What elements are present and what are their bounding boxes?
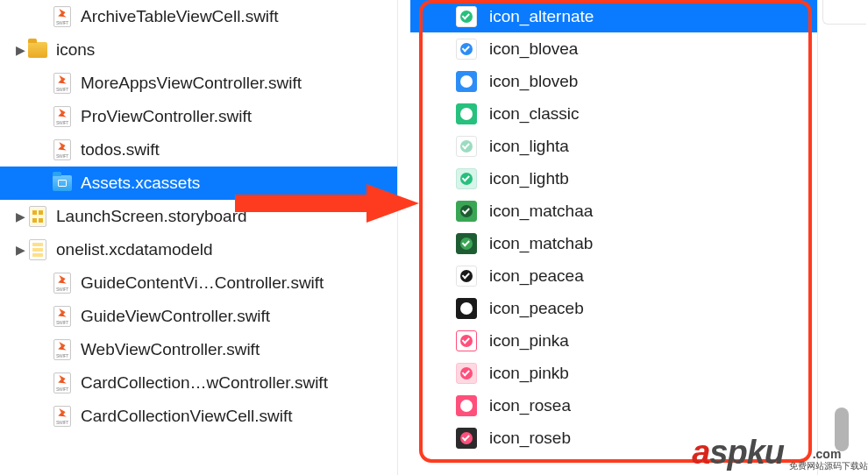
swift-file-icon: SWIFT [53,407,72,426]
navigator-item[interactable]: SWIFTCardCollection…wController.swift [0,366,397,400]
asset-item-label: icon_peacea [489,266,584,286]
asset-item-label: icon_lighta [489,137,569,156]
asset-item-label: icon_bloveb [489,72,578,91]
asset-item-label: icon_lightb [489,169,569,188]
asset-item-label: icon_matchab [489,234,593,253]
asset-item[interactable]: icon_peacea [410,259,817,292]
asset-item[interactable]: icon_lighta [410,130,817,162]
asset-item[interactable]: icon_pinkb [410,357,817,389]
navigator-item[interactable]: SWIFTGuideViewController.swift [0,300,397,333]
scrollbar-thumb[interactable] [835,408,849,451]
navigator-item[interactable]: ▶LaunchScreen.storyboard [0,200,397,233]
storyboard-file-icon [28,207,47,226]
asset-item[interactable]: icon_classic [410,97,817,130]
navigator-item-label: LaunchScreen.storyboard [56,207,247,226]
navigator-item[interactable]: SWIFTWebViewController.swift [0,333,397,366]
disclosure-triangle-icon[interactable]: ▶ [12,243,28,257]
asset-item[interactable]: icon_lightb [410,162,817,195]
asset-item-label: icon_pinka [489,331,569,351]
asset-item-label: icon_rosea [489,396,571,415]
swift-file-icon: SWIFT [53,7,72,26]
imageset-icon [456,428,477,449]
asset-item-label: icon_roseb [489,429,571,448]
navigator-item-label: onelist.xcdatamodeld [56,240,213,259]
asset-item-label: icon_alternate [489,7,594,26]
imageset-icon [456,233,477,254]
navigator-item-label: ProViewController.swift [81,107,252,126]
project-navigator[interactable]: SWIFTArchiveTableViewCell.swift▶iconsSWI… [0,0,398,475]
navigator-item[interactable]: SWIFTtodos.swift [0,133,397,167]
navigator-item-label: MoreAppsViewController.swift [81,74,302,93]
imageset-icon [456,103,477,124]
asset-item[interactable]: icon_alternate [410,0,817,32]
navigator-item[interactable]: SWIFTArchiveTableViewCell.swift [0,0,397,33]
swift-file-icon: SWIFT [53,140,72,160]
imageset-icon [456,266,477,287]
navigator-item-label: CardCollectionViewCell.swift [81,407,292,426]
swift-file-icon: SWIFT [53,373,72,393]
swift-file-icon: SWIFT [53,340,72,359]
asset-item[interactable]: icon_pinka [410,324,817,357]
navigator-item-label: todos.swift [81,140,160,160]
asset-item[interactable]: icon_bloveb [410,65,817,97]
navigator-item[interactable]: SWIFTMoreAppsViewController.swift [0,67,397,100]
disclosure-triangle-icon[interactable]: ▶ [12,209,28,223]
imageset-icon [456,168,477,189]
navigator-item[interactable]: SWIFTProViewController.swift [0,100,397,133]
asset-item[interactable]: icon_roseb [410,422,817,454]
asset-item[interactable]: icon_matchaa [410,195,817,227]
imageset-icon [456,6,477,27]
navigator-item[interactable]: SWIFTGuideContentVi…Controller.swift [0,266,397,300]
asset-item-label: icon_blovea [489,39,578,59]
disclosure-triangle-icon[interactable]: ▶ [12,43,28,57]
navigator-item[interactable]: Assets.xcassets [0,167,397,200]
imageset-icon [456,201,477,222]
navigator-item-label: CardCollection…wController.swift [81,373,328,393]
asset-item[interactable]: icon_matchab [410,227,817,259]
navigator-item[interactable]: ▶onelist.xcdatamodeld [0,233,397,266]
asset-catalog-list[interactable]: icon_alternateicon_bloveaicon_blovebicon… [410,0,818,475]
imageset-icon [456,330,477,351]
folder-icon [28,40,47,60]
navigator-item-label: icons [56,40,95,60]
navigator-item[interactable]: ▶icons [0,33,397,67]
asset-item-label: icon_matchaa [489,202,593,221]
imageset-icon [456,298,477,319]
asset-item-label: icon_peaceb [489,299,584,318]
datamodel-file-icon [28,240,47,259]
navigator-item-label: ArchiveTableViewCell.swift [81,7,279,26]
swift-file-icon: SWIFT [53,107,72,126]
imageset-icon [456,363,477,384]
asset-item-label: icon_pinkb [489,364,569,383]
asset-item-label: icon_classic [489,104,579,124]
imageset-icon [456,71,477,92]
swift-file-icon: SWIFT [53,307,72,326]
navigator-item-label: GuideContentVi…Controller.swift [81,273,324,293]
toolbar-stub [822,0,866,25]
swift-file-icon: SWIFT [53,273,72,293]
navigator-item[interactable]: SWIFTCardCollectionViewCell.swift [0,400,397,433]
navigator-item-label: GuideViewController.swift [81,307,270,326]
imageset-icon [456,39,477,60]
assets-folder-icon [53,174,72,193]
imageset-icon [456,395,477,416]
navigator-item-label: Assets.xcassets [81,174,200,193]
asset-item[interactable]: icon_peaceb [410,292,817,324]
swift-file-icon: SWIFT [53,74,72,93]
asset-item[interactable]: icon_blovea [410,32,817,65]
navigator-item-label: WebViewController.swift [81,340,260,359]
asset-item[interactable]: icon_rosea [410,389,817,422]
imageset-icon [456,136,477,157]
